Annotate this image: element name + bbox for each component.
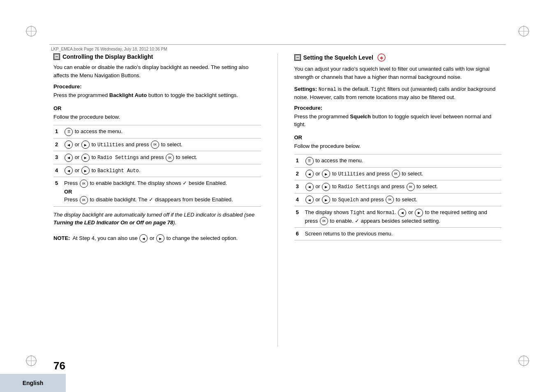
r-nav-r-icon-4: ▶ (322, 196, 330, 204)
right-step-3-content: ◀ or ▶ to Radio Settings and press OK to… (303, 180, 502, 194)
right-step-6: 6 Screen returns to the previous menu. (294, 228, 502, 240)
reg-mark-tr (517, 25, 530, 38)
right-section-icon (294, 54, 301, 61)
right-or: OR (294, 134, 502, 141)
left-step-4: 4 ◀ or ▶ to Backlight Auto. (53, 164, 261, 177)
page-container: LKP_EMEA.book Page 76 Wednesday, July 18… (0, 0, 555, 392)
right-step-1: 1 ☰ to access the menu. (294, 154, 502, 168)
right-step-2: 2 ◀ or ▶ to Utilities and press OK to se… (294, 167, 502, 180)
left-step-3: 3 ◀ or ▶ to Radio Settings and press OK … (53, 151, 261, 164)
header-text: LKP_EMEA.book Page 76 Wednesday, July 18… (51, 47, 167, 51)
column-divider (278, 53, 278, 347)
left-proc-text1: Press the programmed (53, 92, 109, 98)
right-settings-note: Settings: Normal is the default. Tight f… (294, 85, 502, 101)
left-steps-table: 1 ☰ to access the menu. 2 ◀ or ▶ to Util… (53, 125, 261, 207)
left-section-icon (53, 53, 60, 60)
left-step-5: 5 Press OK to enable backlight. The disp… (53, 177, 261, 207)
left-column: Controlling the Display Backlight You ca… (53, 53, 261, 347)
left-section-title: Controlling the Display Backlight (53, 53, 261, 60)
right-steps-table: 1 ☰ to access the menu. 2 ◀ or ▶ to Util… (294, 154, 502, 240)
left-step-5-content: Press OK to enable backlight. The displa… (62, 177, 261, 207)
r-nav-l-icon-3: ◀ (305, 183, 314, 191)
reg-mark-br (517, 354, 530, 367)
right-step-4-content: ◀ or ▶ to Squelch and press OK to select… (303, 193, 502, 206)
r-nav-l-icon-2: ◀ (305, 170, 314, 178)
note-body: At Step 4, you can also use ◀ or ▶ to ch… (72, 234, 238, 243)
right-step-6-num: 6 (294, 228, 303, 240)
nav-l-icon-4: ◀ (65, 166, 73, 175)
or-label-5: OR (64, 189, 72, 195)
r-nav-r-icon-5: ▶ (415, 209, 423, 217)
right-step-3-num: 3 (294, 180, 303, 194)
right-procedure-label: Procedure: (294, 105, 502, 111)
right-proc-bold: Squelch (350, 113, 371, 120)
r-ok-icon-3: OK (407, 183, 415, 191)
r-nav-l-icon-5: ◀ (398, 209, 406, 217)
r-nav-r-icon-2: ▶ (322, 170, 330, 178)
language-tab: English (0, 374, 66, 392)
left-follow: Follow the procedure below. (53, 113, 261, 121)
left-intro: You can enable or disable the radio's di… (53, 63, 261, 79)
right-title-text: Setting the Squelch Level (303, 54, 373, 61)
right-step-5-content: The display shows Tight and Normal. ◀ or… (303, 206, 502, 228)
left-step-3-content: ◀ or ▶ to Radio Settings and press OK to… (62, 151, 261, 164)
r-ok-icon-2: OK (392, 170, 400, 178)
page-number: 76 (53, 360, 65, 372)
left-note-block: NOTE: At Step 4, you can also use ◀ or ▶… (53, 234, 261, 243)
left-step-3-num: 3 (53, 151, 62, 164)
left-step-2-num: 2 (53, 138, 62, 151)
left-procedure-label: Procedure: (53, 83, 261, 90)
right-column: Setting the Squelch Level ◆ You can adju… (294, 53, 502, 347)
right-step-1-content: ☰ to access the menu. (303, 154, 502, 168)
left-step-4-num: 4 (53, 164, 62, 177)
nav-r-icon-3: ▶ (81, 154, 90, 162)
right-procedure-body: Press the programmed Squelch button to t… (294, 113, 502, 129)
squelch-badge: ◆ (377, 53, 386, 62)
ok-icon-5b: OK (80, 196, 88, 204)
right-step-2-num: 2 (294, 167, 303, 180)
right-step-5: 5 The display shows Tight and Normal. ◀ … (294, 206, 502, 228)
r-ok-icon-4: OK (386, 196, 394, 204)
nav-r-icon-2: ▶ (81, 141, 90, 149)
left-step-1-content: ☰ to access the menu. (62, 125, 261, 138)
left-step-2: 2 ◀ or ▶ to Utilities and press OK to se… (53, 138, 261, 151)
left-or: OR (53, 105, 261, 111)
left-procedure-body: Press the programmed Backlight Auto butt… (53, 91, 261, 99)
reg-mark-bl (25, 354, 38, 367)
right-step-6-content: Screen returns to the previous menu. (303, 228, 502, 240)
right-intro: You can adjust your radio's squelch leve… (294, 65, 502, 81)
note-label: NOTE: (53, 234, 70, 243)
r-ok-icon-5: OK (320, 217, 328, 225)
r-nav-l-icon-4: ◀ (305, 196, 314, 204)
right-step-1-num: 1 (294, 154, 303, 168)
right-step-2-content: ◀ or ▶ to Utilities and press OK to sele… (303, 167, 502, 180)
settings-label: Settings: (294, 86, 317, 92)
right-step-4-num: 4 (294, 193, 303, 206)
left-step-4-content: ◀ or ▶ to Backlight Auto. (62, 164, 261, 177)
left-step-2-content: ◀ or ▶ to Utilities and press OK to sele… (62, 138, 261, 151)
menu-icon-1: ☰ (65, 128, 73, 136)
right-step-5-num: 5 (294, 206, 303, 228)
r-menu-icon-1: ☰ (305, 157, 314, 165)
left-proc-text2: button to toggle the backlight settings. (147, 92, 238, 98)
content-area: Controlling the Display Backlight You ca… (53, 53, 502, 347)
ok-icon-3: OK (166, 154, 174, 162)
nav-l-icon-3: ◀ (65, 154, 73, 162)
language-tab-text: English (23, 380, 44, 386)
left-proc-bold: Backlight Auto (109, 92, 147, 98)
r-nav-r-icon-3: ▶ (322, 183, 330, 191)
right-step-4: 4 ◀ or ▶ to Squelch and press OK to sele… (294, 193, 502, 206)
nav-l-note: ◀ (139, 234, 148, 242)
right-step-3: 3 ◀ or ▶ to Radio Settings and press OK … (294, 180, 502, 194)
left-step-1-num: 1 (53, 125, 62, 138)
left-step-5-num: 5 (53, 177, 62, 207)
header-strip: LKP_EMEA.book Page 76 Wednesday, July 18… (49, 44, 506, 52)
ok-icon-5a: OK (80, 180, 88, 188)
left-title-text: Controlling the Display Backlight (62, 53, 153, 60)
right-follow: Follow the procedure below. (294, 142, 502, 150)
nav-r-note: ▶ (156, 234, 164, 242)
left-italic-note: The display backlight are automatically … (53, 211, 261, 227)
reg-mark-tl (25, 25, 38, 38)
nav-r-icon-4: ▶ (81, 166, 90, 175)
left-step-1: 1 ☰ to access the menu. (53, 125, 261, 138)
